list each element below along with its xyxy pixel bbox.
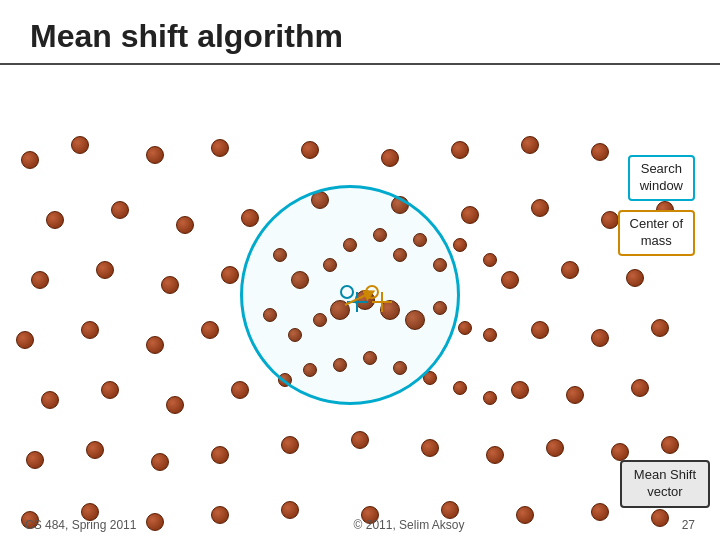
data-point <box>501 271 519 289</box>
data-point <box>486 446 504 464</box>
mass-cross-circle <box>365 285 379 299</box>
data-point <box>26 451 44 469</box>
window-center-circle <box>340 285 354 299</box>
data-point <box>176 216 194 234</box>
data-point <box>31 271 49 289</box>
data-point <box>661 436 679 454</box>
data-point <box>146 146 164 164</box>
legend-search-window-label: Searchwindow <box>640 161 683 193</box>
data-point <box>451 141 469 159</box>
window-center-cross <box>347 292 367 312</box>
data-point <box>483 328 497 342</box>
data-point <box>201 321 219 339</box>
data-point <box>41 391 59 409</box>
data-point <box>461 206 479 224</box>
data-point <box>458 321 472 335</box>
data-point <box>546 439 564 457</box>
data-point <box>96 261 114 279</box>
data-point <box>161 276 179 294</box>
data-point <box>146 336 164 354</box>
data-point <box>81 321 99 339</box>
data-point <box>281 501 299 519</box>
data-point <box>151 453 169 471</box>
data-point <box>453 238 467 252</box>
data-point <box>483 391 497 405</box>
data-point <box>166 396 184 414</box>
data-point <box>483 253 497 267</box>
legend-center-of-mass-label: Center ofmass <box>630 216 683 248</box>
data-point <box>211 446 229 464</box>
legend-mean-shift-vector-label: Mean Shiftvector <box>634 467 696 499</box>
data-point <box>521 136 539 154</box>
data-point <box>101 381 119 399</box>
title-area: Mean shift algorithm <box>0 0 720 65</box>
data-point <box>601 211 619 229</box>
slide-title: Mean shift algorithm <box>30 18 343 54</box>
data-point <box>441 501 459 519</box>
data-point <box>566 386 584 404</box>
center-of-mass-cross <box>372 292 392 312</box>
legend-mean-shift-vector: Mean Shiftvector <box>620 460 710 508</box>
data-point <box>301 141 319 159</box>
data-point <box>591 143 609 161</box>
data-point <box>531 199 549 217</box>
footer: CS 484, Spring 2011 © 2011, Selim Aksoy … <box>0 518 720 532</box>
data-point <box>221 266 239 284</box>
slide: Mean shift algorithm Searchwindow <box>0 0 720 540</box>
data-point <box>381 149 399 167</box>
data-point <box>231 381 249 399</box>
footer-course: CS 484, Spring 2011 <box>25 518 136 532</box>
footer-page: 27 <box>682 518 695 532</box>
data-point <box>561 261 579 279</box>
data-point <box>626 269 644 287</box>
data-point <box>531 321 549 339</box>
data-point <box>21 151 39 169</box>
data-point <box>86 441 104 459</box>
data-point <box>453 381 467 395</box>
data-point <box>281 436 299 454</box>
data-point <box>211 139 229 157</box>
legend-center-of-mass: Center ofmass <box>618 210 695 256</box>
data-point <box>591 329 609 347</box>
data-point <box>611 443 629 461</box>
legend-search-window: Searchwindow <box>628 155 695 201</box>
data-point <box>111 201 129 219</box>
data-point <box>511 381 529 399</box>
data-point <box>421 439 439 457</box>
data-point <box>241 209 259 227</box>
data-point <box>16 331 34 349</box>
data-point <box>351 431 369 449</box>
data-point <box>71 136 89 154</box>
data-point <box>631 379 649 397</box>
data-point <box>46 211 64 229</box>
content-area: Searchwindow Center ofmass Mean Shiftvec… <box>0 70 720 540</box>
data-point <box>651 319 669 337</box>
footer-copyright: © 2011, Selim Aksoy <box>354 518 465 532</box>
